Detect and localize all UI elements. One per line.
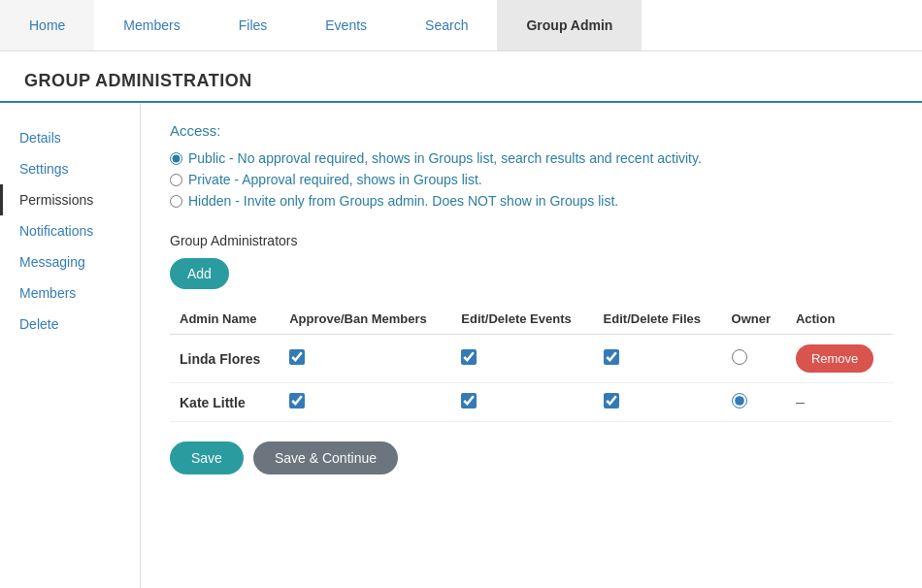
radio-private-label[interactable]: Private - Approval required, shows in Gr… [188,172,482,187]
add-button[interactable]: Add [170,258,229,289]
dash-icon: – [796,394,805,410]
top-nav: Home Members Files Events Search Group A… [0,0,922,51]
sidebar-item-details[interactable]: Details [0,122,140,153]
admin-table: Admin Name Approve/Ban Members Edit/Dele… [170,304,893,422]
checkbox-approve-ban-kate[interactable] [289,393,305,408]
col-edit-files: Edit/Delete Files [594,304,722,335]
sidebar-item-members[interactable]: Members [0,278,140,309]
sidebar-item-delete[interactable]: Delete [0,309,140,340]
edit-events-linda[interactable] [451,335,593,383]
access-section: Access: Public - No approval required, s… [170,122,893,209]
sidebar-item-messaging[interactable]: Messaging [0,246,140,278]
page-title: GROUP ADMINISTRATION [0,51,922,103]
col-admin-name: Admin Name [170,304,280,335]
radio-public-input[interactable] [170,152,182,165]
admin-name-kate: Kate Little [170,383,280,422]
save-continue-button[interactable]: Save & Continue [253,441,398,474]
group-admins-title: Group Administrators [170,233,893,248]
radio-public[interactable]: Public - No approval required, shows in … [170,150,893,166]
main-layout: Details Settings Permissions Notificatio… [0,103,922,588]
checkbox-approve-ban-linda[interactable] [289,349,305,365]
nav-members[interactable]: Members [94,0,209,50]
radio-private-input[interactable] [170,174,182,186]
sidebar-item-permissions[interactable]: Permissions [0,184,140,215]
action-linda[interactable]: Remove [786,335,893,383]
table-row: Kate Little [170,383,893,422]
action-kate: – [786,383,893,422]
nav-events[interactable]: Events [296,0,396,50]
owner-linda[interactable] [722,335,786,383]
sidebar-item-notifications[interactable]: Notifications [0,215,140,246]
radio-owner-linda[interactable] [732,349,747,365]
group-admins-section: Group Administrators Add Admin Name Appr… [170,233,893,422]
col-approve-ban: Approve/Ban Members [280,304,451,335]
sidebar-item-settings[interactable]: Settings [0,153,140,184]
sidebar: Details Settings Permissions Notificatio… [0,103,141,588]
edit-events-kate[interactable] [451,383,593,422]
radio-owner-kate[interactable] [732,393,747,408]
edit-files-kate[interactable] [594,383,722,422]
checkbox-edit-files-kate[interactable] [604,393,619,408]
table-row: Linda Flores [170,335,893,383]
checkbox-edit-events-linda[interactable] [461,349,477,365]
nav-files[interactable]: Files [210,0,297,50]
edit-files-linda[interactable] [594,335,722,383]
owner-kate[interactable] [722,383,786,422]
radio-public-label[interactable]: Public - No approval required, shows in … [188,150,702,166]
checkbox-edit-events-kate[interactable] [461,393,477,408]
col-owner: Owner [722,304,786,335]
nav-search[interactable]: Search [396,0,497,50]
radio-hidden-input[interactable] [170,195,182,208]
access-label: Access: [170,122,893,139]
bottom-buttons: Save Save & Continue [170,441,893,474]
col-edit-events: Edit/Delete Events [451,304,593,335]
nav-home[interactable]: Home [0,0,94,50]
save-button[interactable]: Save [170,441,244,474]
radio-hidden-label[interactable]: Hidden - Invite only from Groups admin. … [188,193,618,209]
admin-name-linda: Linda Flores [170,335,280,383]
remove-button-linda[interactable]: Remove [796,344,873,373]
col-action: Action [786,304,893,335]
radio-private[interactable]: Private - Approval required, shows in Gr… [170,172,893,187]
content-area: Access: Public - No approval required, s… [141,103,922,588]
approve-ban-kate[interactable] [280,383,451,422]
checkbox-edit-files-linda[interactable] [604,349,619,365]
approve-ban-linda[interactable] [280,335,451,383]
radio-hidden[interactable]: Hidden - Invite only from Groups admin. … [170,193,893,209]
nav-group-admin[interactable]: Group Admin [497,0,642,50]
